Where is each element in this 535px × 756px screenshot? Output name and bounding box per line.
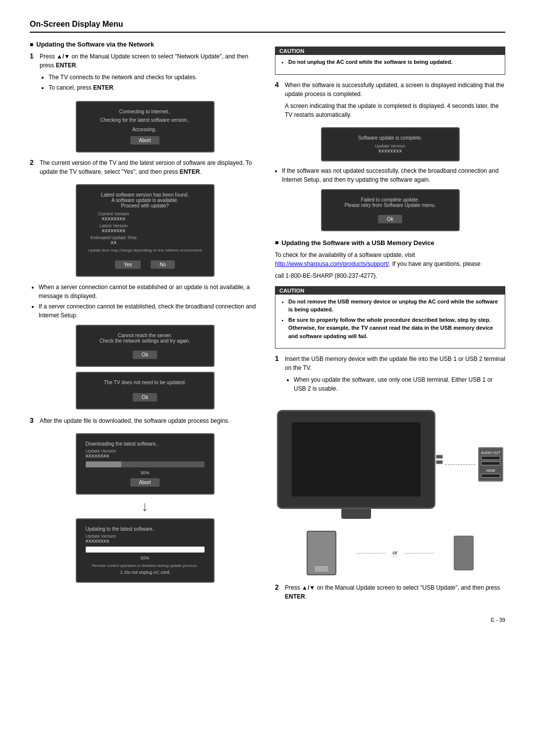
caution2-bullet1: Do not remove the USB memory device or u…: [288, 298, 499, 314]
section2-text1: To check for the availability of a softw…: [275, 251, 505, 268]
no-btn: No: [151, 260, 175, 269]
left-column: Updating the Software via the Network 1 …: [30, 41, 260, 607]
audio-out-port: [481, 456, 500, 460]
screen5-progress-bar: [86, 461, 205, 467]
screen6-progress-fill: [86, 547, 205, 553]
step3-block: 3 After the update file is downloaded, t…: [30, 416, 260, 583]
screen-failed-line2: Please retry from Software Update menu.: [331, 202, 450, 208]
screen5: Downloading the latest software.. Update…: [76, 433, 214, 495]
section2-text2: call 1-800-BE-SHARP (800-237-4277).: [275, 271, 505, 280]
step1-bullet1: The TV connects to the network and check…: [49, 73, 260, 82]
screen-complete-val: XXXXXXXX: [331, 149, 450, 153]
page-title: On-Screen Display Menu: [30, 20, 505, 29]
screen6-title: Updating to the latest software..: [86, 526, 205, 532]
section2-title: Updating the Software with a USB Memory …: [275, 239, 505, 247]
main-content: Updating the Software via the Network 1 …: [30, 41, 505, 607]
not-updated-bullet: If the software was not updated successf…: [282, 166, 505, 184]
hdmi-label: HDMI: [481, 469, 500, 472]
screen2-line3: Proceed with update?: [86, 203, 205, 208]
screen-failed-line1: Failed to complete update.: [331, 197, 450, 202]
screen2-line2: A software update is available.: [86, 198, 205, 203]
caution2-bullet2: Be sure to properly follow the whole pro…: [288, 316, 499, 341]
step1-number: 1: [30, 52, 37, 96]
step1-bullets: The TV connects to the network and check…: [49, 73, 260, 92]
caution1-header: CAUTION: [275, 47, 505, 55]
usb-insertion-area: or: [307, 531, 474, 575]
or-separator: or: [356, 550, 434, 557]
usb-device-area: [307, 531, 336, 575]
usb-device2-area: [454, 536, 474, 570]
page-number: E - 39: [491, 617, 505, 623]
step4-number: 4: [275, 81, 282, 122]
screen6-progress-bar: [86, 547, 205, 553]
step4-block: 4 When the software is successfully upda…: [275, 81, 505, 231]
screen3-line2: Check the network settings and try again…: [86, 338, 205, 344]
screen5-update-val: XXXXXXXX: [86, 454, 205, 458]
current-val: XXXXXXXX: [91, 216, 137, 221]
step2-number: 2: [30, 158, 37, 179]
step2-block: 2 The current version of the TV and the …: [30, 158, 260, 277]
page-header: On-Screen Display Menu: [30, 20, 505, 33]
caution1-bullets: Do not unplug the AC cord while the soft…: [288, 58, 499, 66]
dashed-or-line2: [404, 553, 434, 554]
down-arrow: ↓: [30, 500, 260, 513]
tv-stand: [341, 509, 371, 519]
screen2: Latest software version has been found. …: [76, 184, 214, 277]
usb-plug: [314, 565, 329, 572]
screen-complete: Software update is complete. Update Vers…: [321, 127, 460, 161]
step1-usb-content: Insert the USB memory device with the up…: [285, 354, 505, 397]
screen3-ok-btn: Ok: [133, 351, 157, 359]
step2-usb-text: Press ▲/▼ on the Manual Update screen to…: [285, 583, 505, 601]
dashed-connector-line: [445, 464, 475, 465]
screen-failed: Failed to complete update. Please retry …: [321, 189, 460, 231]
screen5-progress-fill: [86, 461, 121, 467]
yes-btn: Yes: [115, 260, 141, 269]
step2-usb-number: 2: [275, 583, 282, 604]
screen4-ok-btn: Ok: [133, 393, 157, 402]
step2-text: The current version of the TV and the la…: [40, 158, 260, 176]
server-note2: If a server connection cannot be establi…: [39, 302, 260, 320]
usb-port2: [436, 460, 443, 464]
step1-content: Press ▲/▼ on the Manual Update screen to…: [40, 52, 260, 96]
dashed-or-line: [356, 553, 386, 554]
screen1-line1: Connecting to Internet..: [86, 109, 205, 114]
step2-content: The current version of the TV and the la…: [40, 158, 260, 179]
estimated-label: Estimated Update Time: [91, 235, 137, 240]
step2-usb-content: Press ▲/▼ on the Manual Update screen to…: [285, 583, 505, 604]
screen-failed-ok-btn: Ok: [378, 215, 402, 223]
screen2-note: Update time may change depending on the …: [86, 248, 205, 252]
right-column: CAUTION Do not unplug the AC cord while …: [275, 41, 505, 607]
not-updated-note: If the software was not updated successf…: [282, 166, 505, 184]
screen2-buttons: Yes No: [86, 256, 205, 269]
screen2-line1: Latest software version has been found.: [86, 192, 205, 198]
step3-number: 3: [30, 416, 37, 428]
step3-text: After the update file is downloaded, the…: [40, 416, 260, 425]
step1-usb-bullets: When you update the software, use only o…: [294, 375, 505, 393]
estimated-val: XX: [91, 240, 137, 245]
step4-content: When the software is successfully update…: [285, 81, 505, 122]
section1-title: Updating the Software via the Network: [30, 41, 260, 48]
screen-complete-line1: Software update is complete.: [331, 135, 450, 141]
step4-text1: When the software is successfully update…: [285, 81, 505, 99]
screen6-note: Remote control operation is disabled dur…: [86, 563, 205, 568]
screen5-abort-btn: Abort: [130, 478, 160, 487]
hdmi-port: [481, 474, 500, 478]
tv-body: [277, 410, 435, 509]
server-notes: When a server connection cannot be estab…: [30, 283, 260, 320]
step1-usb-number: 1: [275, 354, 282, 397]
step1-bullet2: To cancel, press ENTER.: [49, 83, 260, 92]
usb-memory-device: [307, 531, 336, 575]
screen1: Connecting to Internet.. Checking for th…: [76, 101, 214, 152]
connector-area: AUDIO OUT HDMI: [445, 447, 503, 482]
screen4-line1: The TV does not need to be updated.: [86, 380, 205, 385]
screen1-accessing: Accessing..: [86, 127, 205, 132]
page-footer: E - 39: [30, 617, 505, 623]
screen6: Updating to the latest software.. Update…: [76, 518, 214, 583]
screen5-update-label: Update Version: [86, 449, 205, 454]
audio-out-label: AUDIO OUT: [481, 451, 500, 454]
step2-usb-block: 2 Press ▲/▼ on the Manual Update screen …: [275, 583, 505, 604]
port2: [481, 461, 500, 465]
caution1-box: CAUTION Do not unplug the AC cord while …: [275, 47, 505, 75]
step1-usb-text: Insert the USB memory device with the up…: [285, 354, 505, 372]
usb-device2: [454, 536, 474, 570]
